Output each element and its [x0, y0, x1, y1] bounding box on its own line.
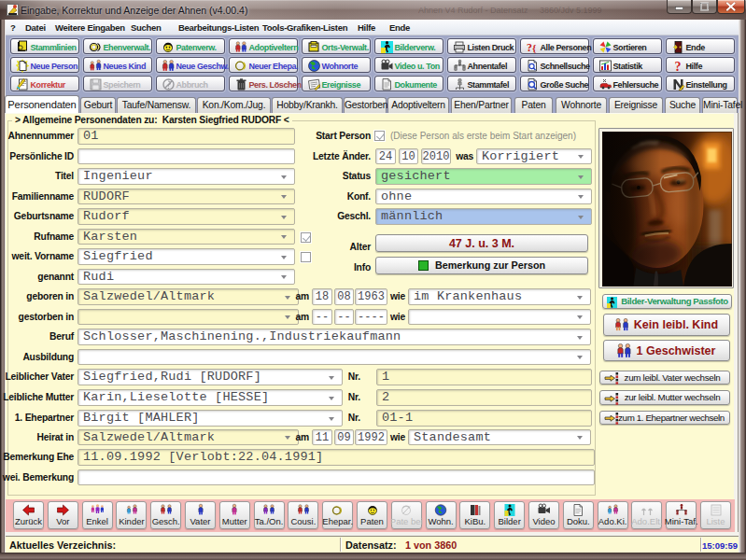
- svg-text:{: {: [532, 42, 536, 53]
- svg-text:?: ?: [675, 60, 682, 73]
